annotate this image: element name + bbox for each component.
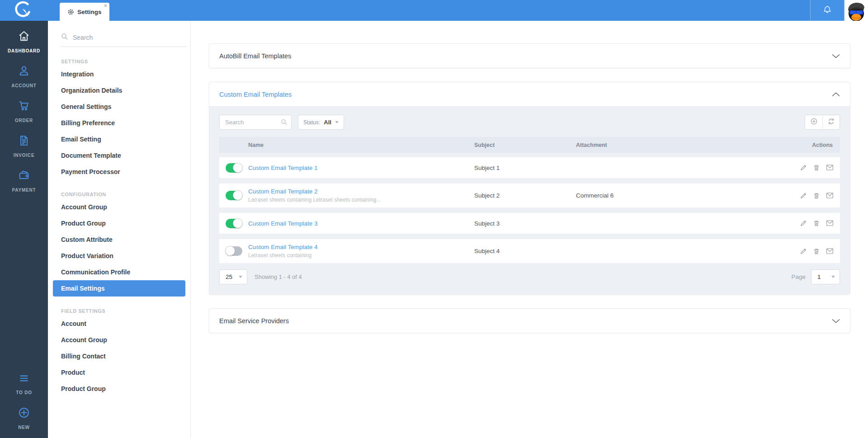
nav-item-document-template[interactable]: Document Template bbox=[48, 147, 190, 164]
delete-icon[interactable] bbox=[813, 248, 820, 255]
app-logo-icon bbox=[14, 0, 34, 20]
chevron-up-icon[interactable] bbox=[832, 92, 840, 97]
refresh-button[interactable] bbox=[822, 115, 840, 129]
gear-icon bbox=[67, 9, 74, 15]
template-subject: Subject 1 bbox=[474, 165, 576, 171]
add-template-button[interactable] bbox=[805, 115, 822, 129]
user-avatar[interactable] bbox=[844, 0, 868, 21]
nav-item-payment-processor[interactable]: Payment Processor bbox=[48, 164, 190, 180]
sidebar-item-label: INVOICE bbox=[14, 153, 35, 158]
nav-item-organization-details[interactable]: Organization Details bbox=[48, 82, 190, 99]
table-header: Name Subject Attachment Actions bbox=[219, 137, 840, 153]
nav-item-product-group[interactable]: Product Group bbox=[48, 215, 190, 231]
template-subject: Subject 2 bbox=[474, 192, 576, 199]
nav-item-billing-preference[interactable]: Billing Preference bbox=[48, 115, 190, 131]
delete-icon[interactable] bbox=[813, 192, 820, 199]
templates-actions-group bbox=[805, 115, 840, 130]
nav-section-title: FIELD SETTINGS bbox=[61, 308, 190, 314]
edit-icon[interactable] bbox=[800, 220, 807, 227]
enable-toggle[interactable] bbox=[226, 163, 242, 173]
settings-nav-sidebar: SETTINGS Integration Organization Detail… bbox=[48, 21, 191, 438]
mail-icon[interactable] bbox=[826, 248, 834, 255]
wallet-icon bbox=[18, 169, 30, 184]
delete-icon[interactable] bbox=[813, 164, 820, 171]
nav-item-billing-contact[interactable]: Billing Contact bbox=[48, 348, 190, 364]
panel-autobill-email-templates: AutoBill Email Templates bbox=[209, 43, 850, 68]
nav-search bbox=[61, 33, 187, 47]
sidebar-item-invoice[interactable]: $ INVOICE bbox=[14, 134, 35, 158]
nav-item-account[interactable]: Account bbox=[48, 316, 190, 332]
chevron-down-icon[interactable] bbox=[832, 54, 840, 58]
panel-autobill-header[interactable]: AutoBill Email Templates bbox=[209, 44, 850, 68]
nav-item-product[interactable]: Product bbox=[48, 364, 190, 381]
mail-icon[interactable] bbox=[826, 220, 834, 227]
page-size-dropdown[interactable]: 25 bbox=[219, 269, 247, 284]
notifications-button[interactable] bbox=[810, 0, 844, 21]
template-name-link[interactable]: Custom Email Template 1 bbox=[248, 165, 474, 171]
mail-icon[interactable] bbox=[826, 164, 834, 171]
icon-sidebar: DASHBOARD ACCOUNT ORDER bbox=[0, 21, 48, 438]
template-subject: Subject 3 bbox=[474, 220, 576, 227]
enable-toggle[interactable] bbox=[226, 246, 242, 256]
tab-settings-label: Settings bbox=[77, 9, 101, 15]
nav-search-input[interactable] bbox=[73, 34, 177, 41]
nav-item-communication-profile[interactable]: Communication Profile bbox=[48, 264, 190, 280]
invoice-icon: $ bbox=[18, 134, 30, 149]
close-icon[interactable]: × bbox=[104, 3, 107, 9]
nav-item-email-settings[interactable]: Email Settings bbox=[53, 280, 185, 297]
refresh-icon bbox=[827, 118, 835, 127]
topbar-spacer bbox=[109, 0, 810, 21]
enable-toggle[interactable] bbox=[226, 219, 242, 228]
enable-toggle[interactable] bbox=[226, 191, 242, 200]
nav-item-product-variation[interactable]: Product Variation bbox=[48, 248, 190, 264]
page-size-value: 25 bbox=[226, 273, 232, 280]
template-name-link[interactable]: Custom Email Template 2 bbox=[248, 188, 474, 195]
sidebar-item-todo[interactable]: TO DO bbox=[16, 372, 32, 395]
delete-icon[interactable] bbox=[813, 220, 820, 227]
add-icon bbox=[810, 118, 818, 127]
caret-down-icon bbox=[239, 276, 242, 278]
app-logo[interactable] bbox=[0, 0, 48, 21]
templates-search bbox=[219, 115, 292, 130]
cart-icon bbox=[18, 99, 30, 114]
chevron-down-icon[interactable] bbox=[832, 319, 840, 323]
tab-settings[interactable]: Settings × bbox=[60, 3, 109, 21]
topbar: Settings × bbox=[0, 0, 868, 21]
nav-section-title: CONFIGURATION bbox=[61, 192, 190, 197]
panel-custom-header[interactable]: Custom Email Templates bbox=[209, 82, 850, 106]
nav-item-account-group-field[interactable]: Account Group bbox=[48, 332, 190, 348]
template-name-link[interactable]: Custom Email Template 4 bbox=[248, 244, 474, 250]
nav-item-account-group[interactable]: Account Group bbox=[48, 199, 190, 215]
panel-esp-header[interactable]: Email Service Providers bbox=[209, 309, 850, 333]
table-row: Custom Email Template 2 Letraset sheets … bbox=[219, 184, 840, 207]
nav-item-product-group-field[interactable]: Product Group bbox=[48, 381, 190, 397]
edit-icon[interactable] bbox=[800, 164, 807, 171]
sidebar-item-payment[interactable]: PAYMENT bbox=[12, 169, 36, 193]
status-filter-dropdown[interactable]: Status: All bbox=[298, 115, 344, 130]
sidebar-item-label: TO DO bbox=[16, 390, 32, 395]
column-header-name: Name bbox=[248, 142, 474, 148]
caret-down-icon bbox=[335, 121, 339, 123]
nav-item-custom-attribute[interactable]: Custom Attribute bbox=[48, 231, 190, 248]
nav-item-email-setting[interactable]: Email Setting bbox=[48, 131, 190, 147]
search-icon bbox=[61, 33, 68, 42]
mail-icon[interactable] bbox=[826, 192, 834, 199]
sidebar-item-order[interactable]: ORDER bbox=[15, 99, 33, 123]
nav-item-general-settings[interactable]: General Settings bbox=[48, 99, 190, 115]
edit-icon[interactable] bbox=[800, 192, 807, 199]
toggle-knob bbox=[233, 190, 243, 200]
templates-table: Name Subject Attachment Actions Custom E… bbox=[219, 137, 840, 263]
panel-title: Custom Email Templates bbox=[219, 91, 292, 98]
page-number-dropdown[interactable]: 1 bbox=[811, 269, 840, 284]
sidebar-item-account[interactable]: ACCOUNT bbox=[11, 65, 37, 88]
nav-item-integration[interactable]: Integration bbox=[48, 66, 190, 82]
search-icon bbox=[280, 118, 288, 127]
page-area: Page 1 bbox=[791, 269, 840, 284]
sidebar-item-dashboard[interactable]: DASHBOARD bbox=[8, 30, 40, 53]
table-row: Custom Email Template 3 Subject 3 bbox=[219, 213, 840, 234]
sidebar-item-new[interactable]: NEW bbox=[18, 406, 30, 430]
svg-text:$: $ bbox=[22, 136, 24, 139]
sidebar-item-label: DASHBOARD bbox=[8, 48, 40, 53]
edit-icon[interactable] bbox=[800, 248, 807, 255]
template-name-link[interactable]: Custom Email Template 3 bbox=[248, 220, 474, 227]
